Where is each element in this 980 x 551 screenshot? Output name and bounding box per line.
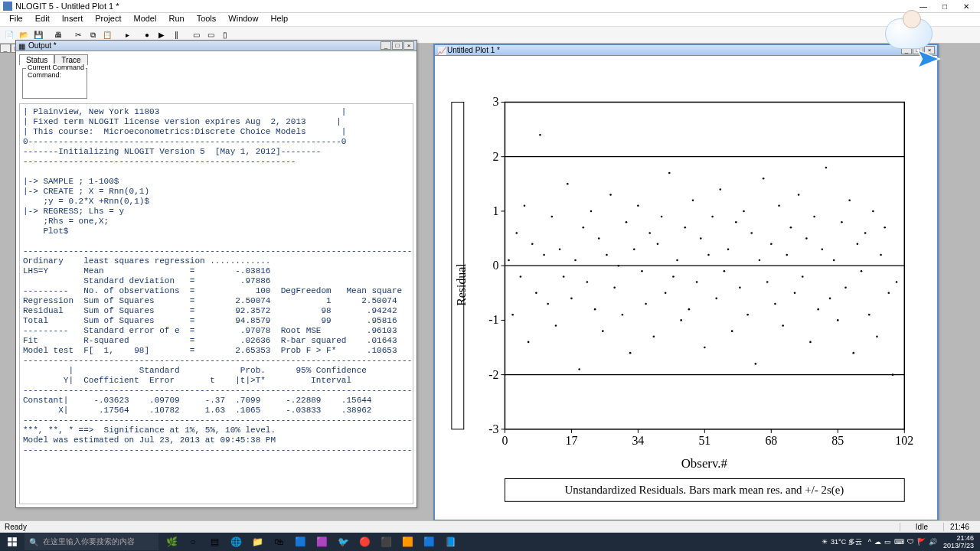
- taskbar-thunder-icon[interactable]: 🐦: [333, 533, 353, 551]
- data-point: [735, 221, 737, 223]
- search-icon: 🔍: [29, 538, 38, 546]
- data-point: [563, 276, 565, 278]
- menu-project[interactable]: Project: [89, 13, 127, 26]
- menu-insert[interactable]: Insert: [56, 13, 90, 26]
- tray-volume-icon[interactable]: 🔊: [929, 538, 937, 546]
- data-point: [672, 276, 675, 278]
- data-point: [763, 178, 765, 180]
- y-axis-label: Residual: [455, 263, 468, 306]
- bg-minimize-button[interactable]: _: [0, 44, 11, 53]
- plot-window[interactable]: 📈 Untitled Plot 1 * _ □ × Residual 3210-…: [433, 44, 939, 521]
- tray-input-icon[interactable]: ▭: [884, 538, 891, 546]
- menu-tools[interactable]: Tools: [191, 13, 223, 26]
- data-point: [641, 270, 643, 272]
- search-placeholder: 在这里输入你要搜索的内容: [43, 536, 135, 547]
- taskbar-app2-icon[interactable]: 🟪: [312, 533, 332, 551]
- taskbar-store-icon[interactable]: 🛍: [269, 533, 289, 551]
- command-label: Command:: [28, 71, 82, 79]
- taskbar-nlogit-icon[interactable]: 🟦: [419, 533, 439, 551]
- data-point: [798, 194, 800, 196]
- tray-clock[interactable]: 21:46 2013/7/23: [943, 534, 974, 549]
- command-legend: Current Command: [26, 64, 86, 71]
- svg-rect-35: [13, 543, 17, 546]
- svg-text:17: 17: [565, 434, 577, 447]
- data-point: [531, 243, 534, 245]
- taskbar-taskview-icon[interactable]: ▤: [204, 533, 224, 551]
- output-close-button[interactable]: ×: [403, 41, 414, 50]
- tray-cloud-icon[interactable]: ☁: [874, 538, 881, 546]
- data-point: [622, 314, 624, 316]
- data-point: [707, 254, 710, 256]
- menu-file[interactable]: File: [3, 13, 29, 26]
- svg-text:2: 2: [493, 150, 499, 163]
- weather-widget[interactable]: ☀ 31°C 多云: [822, 537, 862, 547]
- mdi-workarea: ▦ Output * _ □ × Status Trace Current Co…: [0, 44, 980, 520]
- data-point: [790, 227, 792, 229]
- weather-text: 31°C 多云: [831, 537, 862, 547]
- mascot-widget[interactable]: [885, 18, 933, 49]
- svg-rect-32: [8, 537, 11, 541]
- data-point: [861, 270, 863, 272]
- data-point: [857, 243, 859, 245]
- data-point: [684, 227, 686, 229]
- taskbar-edge-icon[interactable]: 🌐: [226, 533, 246, 551]
- data-point: [567, 183, 569, 185]
- tray-keyboard-icon[interactable]: ⌨: [894, 538, 904, 546]
- data-point: [511, 314, 514, 316]
- taskbar-search[interactable]: 🔍 在这里输入你要搜索的内容: [24, 533, 158, 550]
- output-minimize-button[interactable]: _: [381, 41, 391, 50]
- data-point: [724, 270, 726, 272]
- data-point: [668, 172, 671, 174]
- data-point: [688, 308, 691, 311]
- svg-text:0: 0: [493, 259, 499, 272]
- data-point: [833, 259, 835, 262]
- taskbar-plant-icon[interactable]: 🌿: [162, 533, 181, 551]
- menu-help[interactable]: Help: [264, 13, 294, 26]
- data-point: [868, 314, 871, 316]
- taskbar-app3-icon[interactable]: ⬛: [376, 533, 396, 551]
- data-point: [700, 237, 702, 240]
- svg-rect-33: [13, 537, 17, 541]
- data-point: [778, 205, 780, 207]
- menu-model[interactable]: Model: [127, 13, 162, 26]
- svg-rect-34: [8, 543, 11, 546]
- taskbar-explorer-icon[interactable]: 📁: [247, 533, 267, 551]
- output-text-area[interactable]: | Plainview, New York 11803 | | Fixed te…: [19, 103, 413, 504]
- taskbar-app4-icon[interactable]: 📘: [440, 533, 460, 551]
- menu-edit[interactable]: Edit: [29, 13, 56, 26]
- data-point: [696, 281, 698, 283]
- data-point: [704, 347, 706, 349]
- data-point: [750, 232, 753, 234]
- data-point: [896, 281, 898, 283]
- close-button[interactable]: ✕: [956, 1, 977, 12]
- bird-icon[interactable]: [916, 46, 942, 72]
- data-point: [637, 205, 639, 207]
- taskbar-cortana-icon[interactable]: ○: [183, 533, 203, 551]
- data-point: [618, 265, 620, 267]
- data-point: [594, 308, 596, 311]
- taskbar-apps: 🌿 ○ ▤ 🌐 📁 🛍 🟦 🟪 🐦 🔴 ⬛ 🟧 🟦 📘: [162, 533, 460, 551]
- taskbar-chrome-icon[interactable]: 🔴: [354, 533, 374, 551]
- taskbar-powerpoint-icon[interactable]: 🟧: [397, 533, 417, 551]
- output-window[interactable]: ▦ Output * _ □ × Status Trace Current Co…: [15, 40, 417, 508]
- plot-titlebar[interactable]: 📈 Untitled Plot 1 * _ □ ×: [435, 45, 937, 56]
- menu-window[interactable]: Window: [222, 13, 264, 26]
- new-icon[interactable]: 📄: [2, 28, 16, 42]
- tray-flag-icon[interactable]: 🚩: [917, 538, 926, 546]
- tray-chevron-icon[interactable]: ^: [868, 538, 871, 546]
- taskbar-app1-icon[interactable]: 🟦: [290, 533, 310, 551]
- status-left: Ready: [5, 523, 900, 531]
- windows-icon: [7, 536, 18, 547]
- data-point: [515, 232, 518, 234]
- output-maximize-button[interactable]: □: [392, 41, 403, 50]
- taskbar: 🔍 在这里输入你要搜索的内容 🌿 ○ ▤ 🌐 📁 🛍 🟦 🟪 🐦 🔴 ⬛ 🟧 🟦…: [0, 533, 980, 551]
- data-point: [648, 232, 651, 234]
- data-point: [539, 134, 541, 136]
- maximize-button[interactable]: □: [934, 1, 956, 12]
- data-point: [570, 298, 573, 300]
- menu-run[interactable]: Run: [162, 13, 190, 26]
- data-point: [555, 324, 557, 327]
- tray-shield-icon[interactable]: 🛡: [907, 538, 914, 546]
- start-button[interactable]: [0, 533, 24, 551]
- output-titlebar[interactable]: ▦ Output * _ □ ×: [16, 41, 416, 51]
